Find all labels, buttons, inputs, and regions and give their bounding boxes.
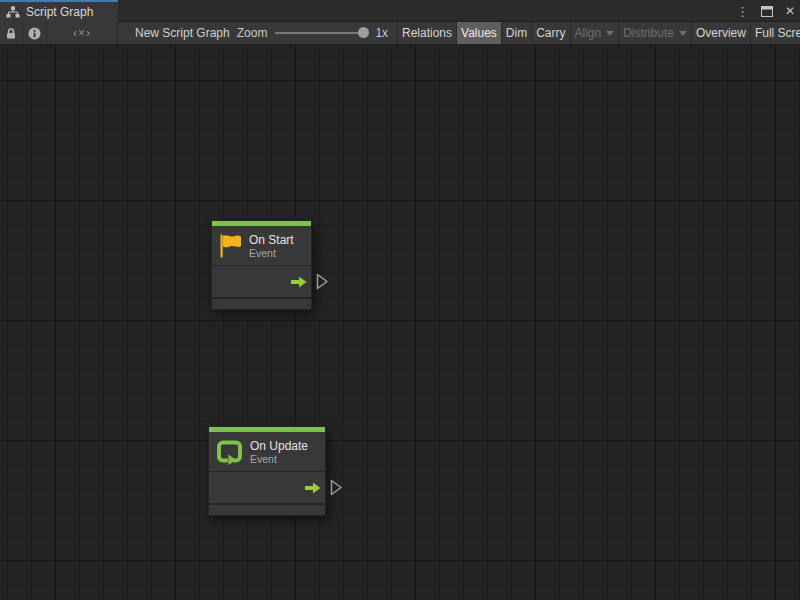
output-port-arrow-icon[interactable] [305,482,321,494]
loop-icon [216,438,243,465]
inspect-button[interactable] [23,22,47,44]
lock-button[interactable] [0,22,23,44]
zoom-control: Zoom 1x [237,26,388,40]
info-icon [28,27,41,40]
toolbar-button-overview[interactable]: Overview [692,22,751,44]
chevron-down-icon [679,31,687,36]
node-title: On Update [250,439,308,453]
graph-canvas[interactable]: On Start Event [0,45,800,600]
zoom-value: 1x [375,26,388,40]
node-title: On Start [249,233,294,247]
toolbar-button-distribute[interactable]: Distribute [619,22,692,44]
title-bar: Script Graph ⋮ ✕ [0,0,800,22]
graph-toolbar: ‹×› New Script Graph Zoom 1x Relations [0,22,800,45]
maximize-icon[interactable] [761,6,773,17]
flag-icon [219,233,242,259]
connection-target-triangle-icon[interactable] [316,273,329,290]
zoom-label: Zoom [237,26,268,40]
toolbar-button-relations[interactable]: Relations [398,22,457,44]
toolbar-button-align[interactable]: Align [571,22,620,44]
script-graph-window: Script Graph ⋮ ✕ ‹×› [0,0,800,600]
tab-title: Script Graph [26,5,93,19]
output-port-arrow-icon[interactable] [291,276,307,288]
zoom-slider-handle[interactable] [358,27,369,38]
lock-icon [5,27,17,40]
close-icon[interactable]: ✕ [785,4,795,18]
window-controls: ⋮ ✕ [736,0,795,22]
toolbar-button-carry[interactable]: Carry [532,22,570,44]
node-subtitle: Event [250,453,308,465]
node-body [209,472,325,503]
node-header: On Start Event [212,226,311,265]
node-footer [212,299,311,309]
node-titles: On Start Event [249,233,294,259]
toolbar-button-full-screen[interactable]: Full Screen [751,22,800,44]
graph-info-section: New Script Graph Zoom 1x [118,22,398,44]
window-menu-icon[interactable]: ⋮ [736,5,749,18]
node-footer [209,505,325,515]
tab-script-graph[interactable]: Script Graph [0,0,118,22]
code-icon: ‹×› [73,26,91,40]
node-body [212,266,311,297]
toolbar-button-values[interactable]: Values [457,22,502,44]
node-on-start[interactable]: On Start Event [211,220,312,310]
node-on-update[interactable]: On Update Event [208,426,326,516]
toolbar-button-dim[interactable]: Dim [502,22,532,44]
connection-target-triangle-icon[interactable] [330,479,343,496]
graph-name-label: New Script Graph [135,26,230,40]
chevron-down-icon [606,31,614,36]
node-header: On Update Event [209,432,325,471]
code-view-button[interactable]: ‹×› [47,22,118,44]
node-titles: On Update Event [250,439,308,465]
node-subtitle: Event [249,247,294,259]
graph-hierarchy-icon [6,6,20,18]
zoom-slider[interactable] [275,32,367,34]
